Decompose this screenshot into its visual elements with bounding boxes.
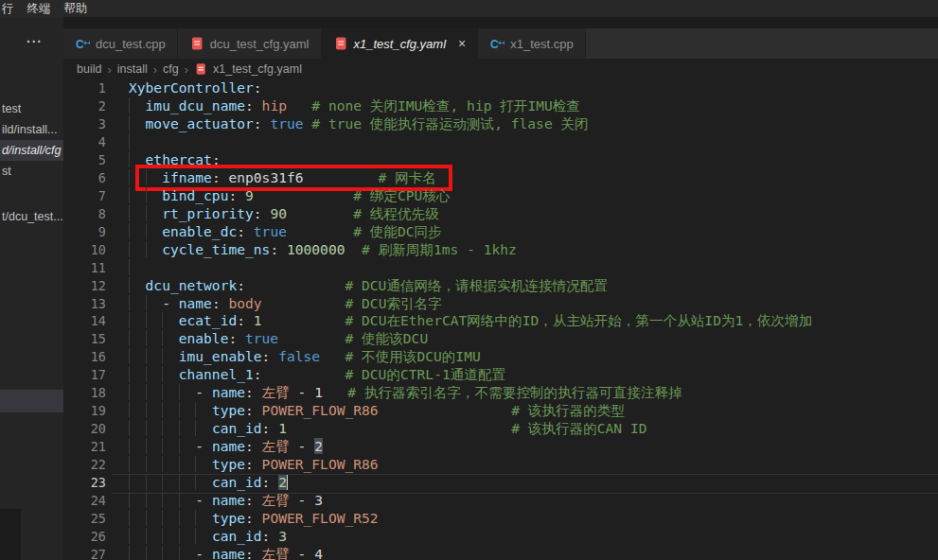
line-number: 26 [63, 528, 106, 546]
line-number: 3 [63, 115, 106, 133]
code-line[interactable]: 8 rt_priority: 90 # 线程优先级 [63, 205, 938, 223]
code-line[interactable]: 7 bind_cpu: 9 # 绑定CPU核心 [63, 187, 938, 205]
code-editor[interactable]: 1XyberController:2 imu_dcu_name: hip # n… [63, 79, 938, 560]
editor-group: C++dcu_test.cppdcu_test_cfg.yamlx1_test_… [63, 17, 938, 560]
tab-dcu_test.cpp[interactable]: C++dcu_test.cpp [63, 28, 178, 59]
line-number: 20 [63, 420, 106, 438]
sidebar-item[interactable]: ild/install... [0, 119, 63, 140]
line-number: 8 [63, 205, 106, 223]
code-text [129, 133, 146, 151]
more-actions-icon[interactable]: ··· [27, 34, 43, 49]
sidebar-item[interactable]: test [0, 98, 63, 119]
line-number: 22 [63, 456, 106, 474]
code-line[interactable]: 13 - name: body # DCU索引名字 [63, 295, 938, 313]
line-number: 13 [63, 295, 106, 313]
breadcrumb-file[interactable]: x1_test_cfg.yaml [213, 62, 302, 76]
code-line[interactable]: 19 type: POWER_FLOW_R86 # 该执行器的类型 [63, 402, 938, 420]
code-text: channel_1: # DCU的CTRL-1通道配置 [129, 366, 505, 384]
sidebar-item[interactable]: st [0, 161, 63, 182]
tab-label: dcu_test_cfg.yaml [210, 37, 310, 51]
breadcrumb-segment[interactable]: build [77, 62, 101, 76]
code-line[interactable]: 9 enable_dc: true # 使能DC同步 [63, 223, 938, 241]
line-number: 4 [63, 133, 106, 151]
line-number: 21 [63, 438, 106, 456]
line-number: 6 [63, 169, 106, 187]
code-text: ethercat: [129, 151, 221, 169]
code-line[interactable]: 23 can_id: 2 [63, 474, 938, 492]
code-line[interactable]: 12 dcu_network: # DCU通信网络，请根据实机连接情况配置 [63, 277, 938, 295]
code-line[interactable]: 6 ifname: enp0s31f6 # 网卡名 [63, 169, 938, 187]
chevron-right-icon: › [185, 62, 188, 77]
line-number: 7 [63, 187, 106, 205]
code-text: can_id: 2 [129, 474, 288, 492]
code-text: rt_priority: 90 # 线程优先级 [129, 205, 439, 223]
svg-text:++: ++ [83, 39, 90, 47]
tab-x1_test.cpp[interactable]: C++x1_test.cpp [478, 28, 586, 59]
code-line[interactable]: 11 [63, 259, 938, 277]
menu-item-help[interactable]: 帮助 [58, 1, 95, 17]
line-number: 9 [63, 223, 106, 241]
tab-x1_test_cfg.yaml[interactable]: x1_test_cfg.yaml× [322, 28, 479, 59]
code-line[interactable]: 5 ethercat: [63, 151, 938, 169]
code-text: type: POWER_FLOW_R86 [129, 456, 379, 474]
sidebar-item[interactable]: t/dcu_test... [0, 206, 63, 227]
sidebar-item[interactable]: d/install/cfg [0, 140, 63, 161]
code-line[interactable]: 24 - name: 左臂 - 3 [63, 492, 938, 510]
code-text: XyberController: [129, 79, 262, 97]
code-line[interactable]: 16 imu_enable: false # 不使用该DCU的IMU [63, 348, 938, 366]
line-number: 2 [63, 97, 106, 115]
code-text: enable_dc: true # 使能DC同步 [129, 223, 442, 241]
text-cursor [287, 475, 289, 490]
code-text: ecat_id: 1 # DCU在EtherCAT网络中的ID，从主站开始，第一… [129, 312, 812, 330]
code-line[interactable]: 26 can_id: 3 [63, 528, 938, 546]
code-text [129, 259, 146, 277]
code-line[interactable]: 18 - name: 左臂 - 1 # 执行器索引名字，不需要控制的执行器可直接… [63, 384, 938, 402]
tab-dcu_test_cfg.yaml[interactable]: dcu_test_cfg.yaml [178, 28, 322, 59]
code-line[interactable]: 15 enable: true # 使能该DCU [63, 330, 938, 348]
code-text: type: POWER_FLOW_R52 [129, 510, 379, 528]
code-line[interactable]: 4 [63, 133, 938, 151]
line-number: 14 [63, 312, 106, 330]
code-line[interactable]: 10 cycle_time_ns: 1000000 # 刷新周期1ms - 1k… [63, 241, 938, 259]
breadcrumb-segment[interactable]: install [117, 62, 148, 76]
code-line[interactable]: 27 - name: 左臂 - 4 [63, 546, 938, 560]
code-text: - name: 左臂 - 3 [129, 492, 323, 510]
code-text: can_id: 1 # 该执行器的CAN ID [129, 420, 646, 438]
chevron-right-icon: › [107, 62, 111, 77]
menu-item-terminal[interactable]: 终端 [21, 1, 58, 17]
line-number: 12 [63, 277, 106, 295]
code-line[interactable]: 1XyberController: [63, 79, 938, 97]
code-text: bind_cpu: 9 # 绑定CPU核心 [129, 187, 451, 205]
line-number: 27 [63, 546, 106, 560]
tab-bar-top-gap [63, 17, 938, 28]
code-text: imu_dcu_name: hip # none 关闭IMU检查, hip 打开… [129, 97, 580, 115]
tab-label: x1_test.cpp [510, 37, 574, 51]
line-number: 10 [63, 241, 106, 259]
close-icon[interactable]: × [458, 36, 466, 51]
yaml-file-icon [333, 36, 348, 51]
code-text: - name: 左臂 - 1 # 执行器索引名字，不需要控制的执行器可直接注释掉 [129, 384, 682, 402]
menu-item-run[interactable]: 行 [0, 1, 21, 17]
line-number: 5 [63, 151, 106, 169]
code-text: - name: body # DCU索引名字 [129, 295, 442, 313]
yaml-file-icon [194, 62, 207, 76]
tab-bar: C++dcu_test.cppdcu_test_cfg.yamlx1_test_… [63, 28, 938, 59]
code-line[interactable]: 17 channel_1: # DCU的CTRL-1通道配置 [63, 366, 938, 384]
line-number: 24 [63, 492, 106, 510]
code-line[interactable]: 25 type: POWER_FLOW_R52 [63, 510, 938, 528]
line-number: 11 [63, 259, 106, 277]
breadcrumb-segment[interactable]: cfg [163, 62, 179, 76]
sidebar-bottom-panel [0, 509, 21, 560]
code-line[interactable]: 20 can_id: 1 # 该执行器的CAN ID [63, 420, 938, 438]
code-line[interactable]: 21 - name: 左臂 - 2 [63, 438, 938, 456]
line-number: 1 [63, 79, 106, 97]
yaml-file-icon [189, 36, 204, 51]
code-line[interactable]: 14 ecat_id: 1 # DCU在EtherCAT网络中的ID，从主站开始… [63, 312, 938, 330]
line-number: 19 [63, 402, 106, 420]
code-line[interactable]: 2 imu_dcu_name: hip # none 关闭IMU检查, hip … [63, 97, 938, 115]
svg-text:++: ++ [498, 39, 504, 47]
code-line[interactable]: 3 move_actuator: true # true 使能执行器运动测试, … [63, 115, 938, 133]
code-text: dcu_network: # DCU通信网络，请根据实机连接情况配置 [129, 277, 608, 295]
code-line[interactable]: 22 type: POWER_FLOW_R86 [63, 456, 938, 474]
breadcrumb: build›install›cfg›x1_test_cfg.yaml [63, 59, 938, 79]
